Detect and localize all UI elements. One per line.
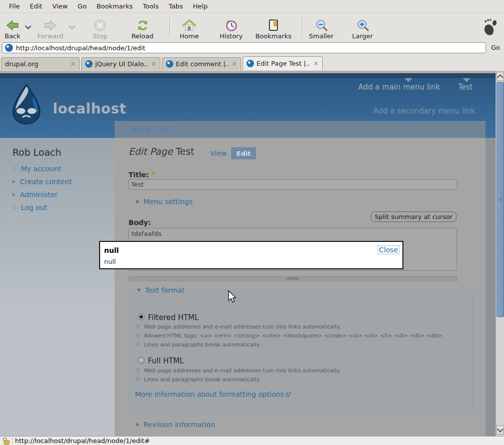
dialog-close-link[interactable]: Close	[378, 245, 399, 254]
text-format-fieldset-toggle[interactable]: Text format	[133, 286, 188, 294]
browser-tab-jquery-ui[interactable]: jQuery UI Dialo... ✕	[81, 57, 160, 70]
scroll-up-button[interactable]	[497, 72, 504, 81]
radio-filtered-html-label[interactable]: Filtered HTML	[148, 313, 199, 322]
page-viewport: localhost Add a main menu link Test Add …	[0, 71, 496, 436]
tab-favicon	[166, 60, 173, 68]
split-summary-button[interactable]: Split summary at cursor	[371, 212, 457, 222]
menu-go[interactable]: Go	[73, 2, 92, 10]
format-tip: Allowed HTML tags: <a> <em> <strong> <ci…	[136, 333, 442, 339]
scrollbar-thumb[interactable]	[497, 82, 504, 317]
tab-favicon	[85, 60, 93, 68]
site-favicon	[5, 44, 13, 52]
secondary-links: Add a secondary menu link	[374, 107, 475, 115]
address-bar[interactable]: http://localhost/drupal/head/node/1/edit	[2, 42, 486, 53]
collapsed-arrow-icon	[136, 423, 139, 427]
larger-icon	[349, 17, 377, 32]
null-dialog: null Close null	[99, 241, 403, 269]
vertical-scrollbar[interactable]	[496, 71, 504, 436]
breadcrumb-home-link[interactable]: Home	[131, 125, 150, 133]
sidebar-item-log-out[interactable]: Log out	[12, 204, 47, 212]
browser-tab-edit-comment[interactable]: Edit comment |... ✕	[162, 57, 241, 70]
chevron-up-icon	[497, 74, 504, 81]
home-icon	[177, 17, 201, 32]
primary-links: Add a main menu link Test	[358, 83, 473, 92]
mouse-cursor	[228, 290, 238, 306]
status-text: http://localhost/drupal/head/node/1/edit…	[15, 437, 150, 445]
back-button[interactable]: Back	[1, 17, 24, 40]
close-tab-icon[interactable]: ✕	[70, 60, 76, 68]
smaller-icon	[306, 17, 337, 32]
tab-edit[interactable]: Edit	[231, 147, 256, 159]
stop-icon	[89, 17, 112, 32]
menu-bookmarks[interactable]: Bookmarks	[92, 2, 138, 10]
formatting-options-link[interactable]: More information about formatting option…	[135, 390, 291, 398]
toolbar-separator	[169, 17, 170, 37]
dialog-title: null	[104, 246, 119, 254]
menu-view[interactable]: View	[47, 2, 73, 10]
breadcrumb: Home › Test	[131, 125, 169, 133]
forward-dropdown-chevron	[69, 23, 75, 29]
bookmarks-button[interactable]: Bookmarks	[254, 17, 293, 40]
menu-help[interactable]: Help	[188, 2, 213, 10]
back-icon	[1, 17, 24, 32]
drupal-logo	[11, 84, 42, 126]
tab-favicon	[247, 60, 254, 67]
url-text[interactable]: http://localhost/drupal/head/node/1/edit	[16, 44, 145, 52]
radio-filtered-html[interactable]	[138, 314, 144, 320]
required-marker: *	[151, 170, 155, 179]
primary-link-add-main[interactable]: Add a main menu link	[358, 83, 440, 92]
close-tab-icon[interactable]: ✕	[313, 60, 319, 67]
toolbar-separator	[302, 17, 303, 37]
go-button[interactable]: Go	[491, 44, 500, 51]
larger-button[interactable]: Larger	[349, 17, 377, 40]
sidebar-item-administer[interactable]: Administer	[12, 191, 58, 199]
sidebar: Rob Loach My account Create content Admi…	[0, 138, 115, 436]
revision-information-fieldset-toggle[interactable]: Revision information	[132, 421, 219, 429]
menu-tools[interactable]: Tools	[137, 2, 163, 10]
back-dropdown-chevron[interactable]	[25, 23, 31, 29]
menu-tabs[interactable]: Tabs	[164, 2, 188, 10]
dialog-body: null	[104, 258, 116, 265]
smaller-button[interactable]: Smaller	[306, 17, 337, 40]
primary-link-test[interactable]: Test	[458, 83, 473, 92]
menu-bar: File Edit View Go Bookmarks Tools Tabs H…	[0, 0, 504, 13]
secondary-link-add[interactable]: Add a secondary menu link	[374, 107, 475, 115]
history-button[interactable]: History	[216, 17, 246, 40]
menu-edit[interactable]: Edit	[25, 2, 47, 10]
menu-settings-fieldset-toggle[interactable]: Menu settings	[132, 198, 197, 206]
radio-full-html[interactable]	[138, 357, 144, 363]
gnome-logo-icon	[482, 18, 499, 38]
radio-full-html-label[interactable]: Full HTML	[148, 356, 184, 365]
reload-button[interactable]: Reload	[127, 17, 157, 40]
tab-bar: drupal.org ✕ jQuery UI Dialo... ✕ Edit c…	[0, 56, 504, 71]
expanded-arrow-icon	[137, 289, 141, 292]
scroll-down-button[interactable]	[497, 425, 504, 435]
tab-view[interactable]: View	[210, 149, 227, 157]
textarea-resize-grabber[interactable]	[128, 276, 457, 281]
title-input[interactable]	[128, 179, 457, 190]
sidebar-item-my-account[interactable]: My account	[12, 165, 61, 173]
address-bar-row: http://localhost/drupal/head/node/1/edit…	[0, 41, 504, 56]
chevron-down-icon	[497, 426, 504, 433]
format-tip: Web page addresses and e-mail addresses …	[136, 367, 341, 374]
reload-icon	[127, 17, 157, 32]
history-icon	[216, 17, 246, 32]
close-tab-icon[interactable]: ✕	[232, 60, 237, 68]
external-link-icon	[285, 392, 291, 397]
sidebar-item-create-content[interactable]: Create content	[12, 178, 72, 186]
browser-tab-drupal-org[interactable]: drupal.org ✕	[1, 57, 80, 70]
collapsed-arrow-icon	[12, 193, 15, 197]
collapsed-arrow-icon	[12, 180, 15, 184]
breadcrumb-current-link[interactable]: Test	[157, 125, 170, 133]
close-tab-icon[interactable]: ✕	[151, 60, 156, 68]
site-name[interactable]: localhost	[53, 101, 126, 117]
menu-file[interactable]: File	[4, 2, 25, 10]
home-button[interactable]: Home	[177, 17, 201, 40]
menu-tab-pointer	[404, 78, 412, 82]
browser-tab-edit-page-test[interactable]: Edit Page Test |... ✕	[243, 56, 323, 70]
body-field-label: Body:	[128, 219, 151, 226]
forward-icon	[36, 17, 65, 32]
security-lock-icon	[2, 438, 10, 445]
toolbar: Back Forward Stop Reload	[0, 13, 504, 41]
main-content: Edit Page Test View Edit Title: * Menu s…	[115, 138, 486, 436]
